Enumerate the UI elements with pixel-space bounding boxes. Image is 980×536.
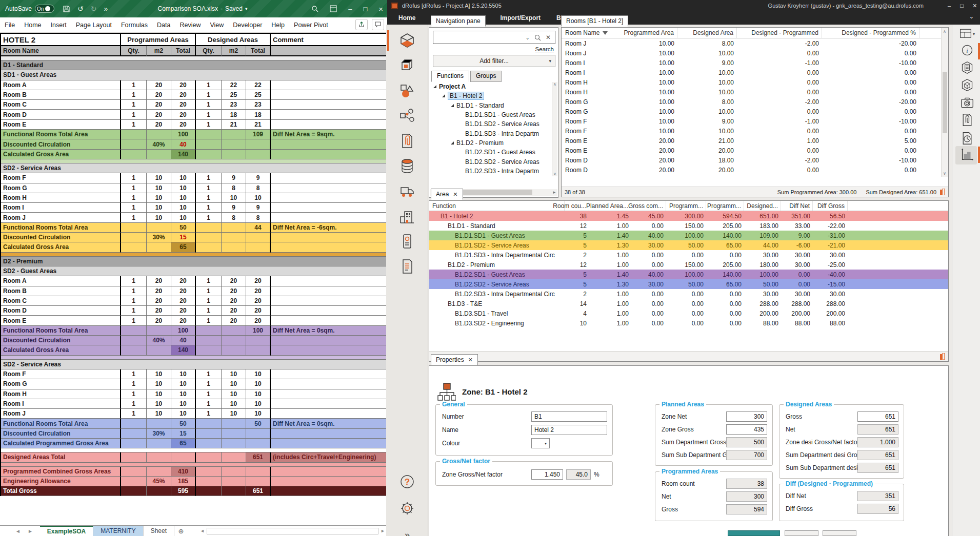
table-row[interactable]: Engineering Allowance45%185 [1, 477, 388, 486]
table-row[interactable]: Room F1101011010 [1, 369, 388, 379]
field-input[interactable]: 651 [857, 450, 898, 460]
tab-functions[interactable]: Functions [431, 71, 469, 82]
tab-navigation-pane[interactable]: Navigation pane [431, 15, 486, 27]
rooms-row[interactable]: Room D20.0018.00-2.00-10.00 [562, 155, 942, 165]
ribbon-tab-file[interactable]: File [0, 17, 19, 33]
area-row[interactable]: B1.D2 - Premium121.000.00150.00205.00180… [429, 260, 948, 270]
tree-item-b1-d2-sd2-service-areas[interactable]: B1.D2.SD2 - Service Areas [430, 157, 550, 166]
area-chart-icon[interactable] [959, 148, 975, 162]
ribbon-tab-help[interactable]: Help [267, 17, 289, 33]
area-row[interactable]: B1.D1.SD3 - Intra Departmental Circ21.00… [429, 250, 948, 260]
column-header[interactable]: Designed - Programmed % [822, 28, 919, 38]
collapse-icon[interactable]: » [398, 526, 416, 536]
table-row[interactable]: Discounted Circulation30%15 [1, 233, 388, 242]
search-input[interactable]: ⌄ ✕ [433, 31, 555, 44]
expander-icon[interactable] [451, 141, 454, 145]
search-link[interactable]: Search [535, 46, 554, 52]
column-header[interactable]: Programm... [666, 201, 706, 211]
field-input[interactable]: 45.0 [566, 469, 591, 480]
table-row[interactable]: Designed Areas Total651(includes Circ+Tr… [1, 452, 388, 462]
scroll-track[interactable] [207, 528, 378, 534]
info-icon[interactable]: i [959, 43, 975, 57]
ribbon-tab-formulas[interactable]: Formulas [116, 17, 152, 33]
table-row[interactable]: SD2 - Service Areas [1, 163, 388, 173]
table-row[interactable]: Discounted Circulation40%40 [1, 336, 388, 345]
rooms-row[interactable]: Room H10.0010.000.000.00 [562, 87, 942, 97]
area-row[interactable]: B1.D1 - Standard121.000.00150.00205.0018… [429, 221, 948, 231]
field-input[interactable]: 300 [726, 491, 767, 502]
area-row[interactable]: B1.D1.SD1 - Guest Areas51.4040.00100.001… [429, 231, 948, 240]
column-header[interactable]: Planned Area... [589, 201, 631, 211]
buildings-icon[interactable] [398, 207, 416, 225]
tree-item-project-a[interactable]: Project A [430, 82, 550, 91]
menu-import-export[interactable]: Import/Export [500, 14, 541, 22]
dropdown-icon[interactable]: ⌄ [526, 35, 530, 40]
sheet-tab-maternity[interactable]: MATERNITY [93, 526, 143, 536]
field-input[interactable]: 351 [857, 491, 898, 501]
table-row[interactable]: Room I11010199 [1, 203, 388, 213]
table-row[interactable]: Room D1202011818 [1, 110, 388, 119]
table-row[interactable]: SD2 - Guest Areas [1, 266, 388, 276]
table-row[interactable]: Room C1202012323 [1, 100, 388, 110]
rooms-row[interactable]: Room D20.0020.000.000.00 [562, 165, 942, 175]
undo-button[interactable]: ↺ [77, 5, 84, 13]
column-header[interactable]: Designed Area [677, 28, 737, 38]
collapse-ribbon-icon[interactable]: ⌄ [969, 13, 974, 20]
table-row[interactable]: Programmed Combined Gross Areas410 [1, 467, 388, 477]
table-row[interactable]: Room B1202012020 [1, 286, 388, 296]
field-input[interactable]: 435 [726, 424, 767, 435]
help-icon[interactable]: ? [398, 472, 416, 491]
close-tab-icon[interactable]: ✕ [468, 357, 473, 363]
sheet-next-icon[interactable]: ► [28, 528, 33, 534]
table-row[interactable]: Room E1202012020 [1, 316, 388, 325]
tree-item-b1-d1-sd3-intra-departm[interactable]: B1.D1.SD3 - Intra Departm [430, 129, 550, 138]
rooms-row[interactable]: Room G10.008.00-2.00-20.00 [562, 97, 942, 107]
logistics-icon[interactable] [398, 182, 416, 200]
rooms-row[interactable]: Room E20.0021.001.005.00 [562, 136, 942, 146]
search-icon[interactable] [311, 5, 318, 12]
column-header[interactable]: Designed... [744, 201, 781, 211]
area-row[interactable]: B1.D3.SD1 - Travel41.000.000.000.00200.0… [429, 308, 948, 318]
field-input[interactable]: 594 [726, 504, 767, 514]
add-filter-dropdown[interactable]: Add filter...▾ [433, 55, 555, 67]
tree-item-b1-hotel-2[interactable]: B1 - Hotel 2 [430, 91, 550, 100]
table-row[interactable]: D2 - Premium [1, 257, 388, 266]
ribbon-tab-power-pivot[interactable]: Power Pivot [289, 17, 333, 33]
panel-layout-icon[interactable]: ▾ [959, 27, 975, 41]
field-input[interactable]: 500 [726, 437, 767, 447]
expander-icon[interactable] [442, 94, 445, 97]
minimize-button[interactable]: – [348, 5, 352, 13]
tree-item-b1-d1-standard[interactable]: B1.D1 - Standard [430, 101, 550, 110]
comments-icon[interactable] [372, 19, 384, 30]
rooms-row[interactable]: Room H10.0010.000.000.00 [562, 77, 942, 87]
scroll-thumb[interactable] [455, 190, 532, 195]
history-icon[interactable] [959, 131, 975, 146]
camera-icon[interactable] [959, 95, 975, 110]
tab-groups[interactable]: Groups [470, 71, 502, 82]
database-icon[interactable] [398, 157, 416, 175]
ok-button[interactable] [785, 530, 818, 536]
column-header[interactable]: Room Name [562, 28, 629, 38]
rooms-vertical-scrollbar[interactable]: ∧∨ [941, 28, 948, 177]
table-row[interactable]: D1 - Standard [1, 60, 388, 70]
table-row[interactable]: Room B1202012525 [1, 90, 388, 100]
redo-button[interactable]: ↻ [91, 5, 97, 13]
ribbon-tab-page-layout[interactable]: Page Layout [71, 17, 116, 33]
document-icon[interactable] [959, 60, 975, 75]
field-input[interactable]: 651 [857, 411, 898, 422]
qat-overflow-button[interactable]: » [104, 5, 108, 13]
projects-icon[interactable] [398, 31, 416, 50]
tree-item-b1-d2-sd1-guest-areas[interactable]: B1.D2.SD1 - Guest Areas [430, 148, 550, 157]
table-row[interactable]: Calculated Programmed Gross Area65 [1, 439, 388, 448]
ribbon-tab-insert[interactable]: Insert [46, 17, 71, 33]
colour-dropdown[interactable]: ▾ [531, 438, 550, 448]
menu-home[interactable]: Home [398, 14, 415, 22]
rooms-row[interactable]: Room J10.0010.000.000.00 [562, 48, 942, 58]
field-input[interactable]: 1.450 [531, 469, 563, 480]
ribbon-tab-view[interactable]: View [205, 17, 228, 33]
table-row[interactable]: Room H1101011010 [1, 193, 388, 203]
table-row[interactable]: Room G11010188 [1, 183, 388, 193]
area-row[interactable]: B1.D2.SD1 - Guest Areas51.4040.00100.001… [429, 270, 948, 279]
tab-area[interactable]: Area✕ [431, 189, 463, 200]
magnifier-icon[interactable] [534, 34, 541, 41]
